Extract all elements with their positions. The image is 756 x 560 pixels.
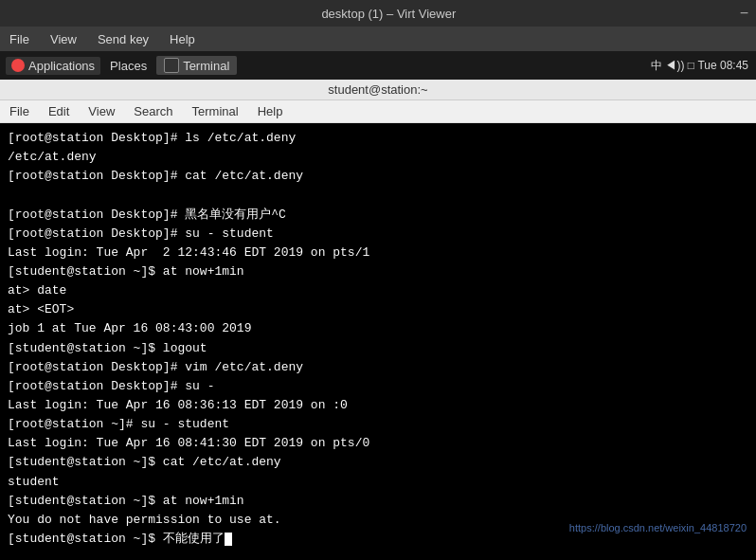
gnome-topbar: Applications Places Terminal 中 ◀)) □ Tue… xyxy=(0,51,756,80)
places-button[interactable]: Places xyxy=(102,57,154,75)
terminal-icon xyxy=(164,58,179,73)
gnome-status-area: 中 ◀)) □ Tue 08:45 xyxy=(651,58,756,74)
virt-menubar: File View Send key Help xyxy=(0,27,756,51)
term-menu-search[interactable]: Search xyxy=(130,102,176,120)
term-menu-view[interactable]: View xyxy=(84,102,118,120)
virt-menu-view[interactable]: View xyxy=(46,30,81,48)
virt-menu-help[interactable]: Help xyxy=(166,30,199,48)
terminal-menubar: File Edit View Search Terminal Help xyxy=(0,100,756,123)
terminal-title: student@station:~ xyxy=(0,80,756,100)
title-bar: desktop (1) – Virt Viewer − xyxy=(0,0,756,27)
watermark: https://blog.csdn.net/weixin_44818720 xyxy=(569,522,747,533)
terminal-window: student@station:~ File Edit View Search … xyxy=(0,80,756,560)
gnome-apps-area: Applications Places Terminal xyxy=(0,56,243,75)
term-menu-file[interactable]: File xyxy=(6,102,33,120)
terminal-cursor xyxy=(225,533,232,546)
apps-icon xyxy=(11,59,25,72)
terminal-taskbar-label: Terminal xyxy=(183,59,229,73)
term-menu-terminal[interactable]: Terminal xyxy=(189,102,243,120)
terminal-content[interactable]: [root@station Desktop]# ls /etc/at.deny … xyxy=(0,123,756,560)
terminal-taskbar-button[interactable]: Terminal xyxy=(156,56,237,75)
title-bar-text: desktop (1) – Virt Viewer xyxy=(38,7,740,21)
virt-menu-file[interactable]: File xyxy=(6,30,33,48)
term-menu-edit[interactable]: Edit xyxy=(45,102,73,120)
minimize-button[interactable]: − xyxy=(740,5,756,22)
applications-button[interactable]: Applications xyxy=(6,57,100,75)
applications-label: Applications xyxy=(28,59,95,73)
virt-menu-sendkey[interactable]: Send key xyxy=(94,30,153,48)
term-menu-help[interactable]: Help xyxy=(254,102,287,120)
